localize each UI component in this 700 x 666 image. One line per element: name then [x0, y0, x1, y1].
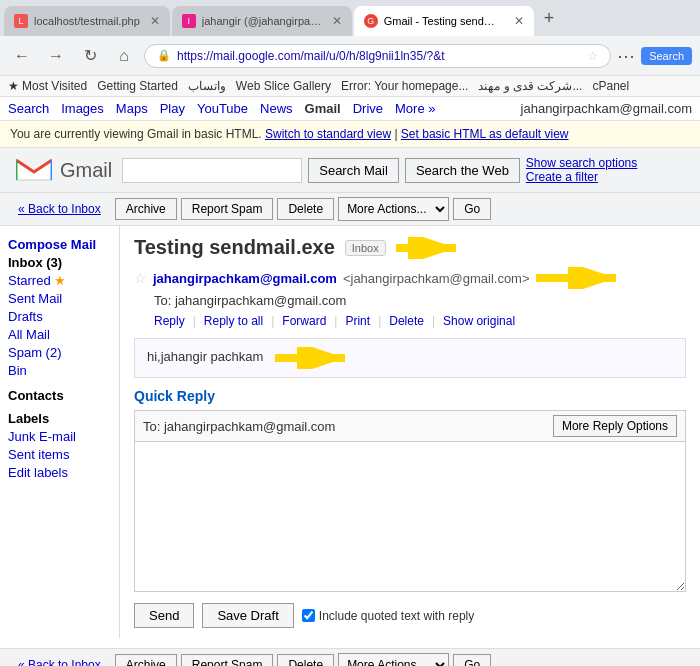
email-subject: Testing sendmail.exe [134, 236, 335, 259]
gmail-word: Gmail [60, 159, 112, 182]
nav-maps[interactable]: Maps [116, 101, 148, 116]
bottom-report-spam-button[interactable]: Report Spam [181, 654, 274, 666]
contacts-label: Contacts [8, 388, 111, 403]
sidebar-junk[interactable]: Junk E-mail [8, 429, 111, 444]
search-web-button[interactable]: Search the Web [405, 158, 520, 183]
lock-icon: 🔒 [157, 49, 171, 62]
starred-link[interactable]: Starred ★ [8, 273, 66, 288]
show-options-link[interactable]: Show search options [526, 156, 637, 170]
from-full: <jahangirpachkam@gmail.com> [343, 271, 530, 286]
all-mail-link[interactable]: All Mail [8, 327, 50, 342]
bookmark-cpanel[interactable]: cPanel [592, 79, 629, 93]
go-button[interactable]: Go [453, 198, 491, 220]
sidebar-starred[interactable]: Starred ★ [8, 273, 111, 288]
nav-drive[interactable]: Drive [353, 101, 383, 116]
sidebar-sent[interactable]: Sent Mail [8, 291, 111, 306]
report-spam-button[interactable]: Report Spam [181, 198, 274, 220]
sidebar-all[interactable]: All Mail [8, 327, 111, 342]
sent-link[interactable]: Sent Mail [8, 291, 62, 306]
more-actions-select[interactable]: More Actions... [338, 197, 449, 221]
new-tab-button[interactable]: + [536, 4, 563, 33]
reload-button[interactable]: ↻ [76, 42, 104, 70]
reply-all-link[interactable]: Reply to all [204, 314, 263, 328]
email-body-text: hi,jahangir pachkam [147, 349, 263, 364]
browser-bar: ← → ↻ ⌂ 🔒 https://mail.google.com/mail/u… [0, 36, 700, 76]
archive-button[interactable]: Archive [115, 198, 177, 220]
bottom-more-actions-select[interactable]: More Actions... [338, 653, 449, 666]
tab-instagram[interactable]: I jahangir (@jahangirpachkam) • In... ✕ [172, 6, 352, 36]
bookmark-star-icon[interactable]: ☆ [587, 49, 598, 63]
delete-link[interactable]: Delete [389, 314, 424, 328]
sidebar-inbox[interactable]: Inbox (3) [8, 255, 111, 270]
sidebar-bin[interactable]: Bin [8, 363, 111, 378]
menu-icon[interactable]: ⋯ [617, 45, 635, 67]
set-default-link[interactable]: Set basic HTML as default view [401, 127, 569, 141]
sidebar-edit-labels[interactable]: Edit labels [8, 465, 111, 480]
bookmark-web-slice[interactable]: Web Slice Gallery [236, 79, 331, 93]
quick-reply-title: Quick Reply [134, 388, 686, 404]
edit-labels-link[interactable]: Edit labels [8, 465, 68, 480]
search-mail-button[interactable]: Search Mail [308, 158, 399, 183]
sidebar-sent-items[interactable]: Sent items [8, 447, 111, 462]
star-checkbox[interactable]: ☆ [134, 270, 147, 286]
sidebar-compose[interactable]: Compose Mail [8, 237, 111, 252]
bookmark-getting-started[interactable]: Getting Started [97, 79, 178, 93]
tab-label: localhost/testmail.php [34, 15, 140, 27]
include-quoted-checkbox[interactable] [302, 609, 315, 622]
nav-youtube[interactable]: YouTube [197, 101, 248, 116]
user-email: jahangirpachkam@gmail.com [521, 101, 692, 116]
tab-close-icon[interactable]: ✕ [150, 14, 160, 28]
bookmark-error[interactable]: Error: Your homepage... [341, 79, 468, 93]
send-button[interactable]: Send [134, 603, 194, 628]
tab-close-icon[interactable]: ✕ [514, 14, 524, 28]
create-filter-link[interactable]: Create a filter [526, 170, 637, 184]
nav-search[interactable]: Search [8, 101, 49, 116]
bookmark-most-visited[interactable]: ★ Most Visited [8, 79, 87, 93]
bottom-archive-button[interactable]: Archive [115, 654, 177, 666]
drafts-link[interactable]: Drafts [8, 309, 43, 324]
nav-more[interactable]: More » [395, 101, 435, 116]
sidebar-drafts[interactable]: Drafts [8, 309, 111, 324]
gmail-search-input[interactable] [122, 158, 302, 183]
reply-link[interactable]: Reply [154, 314, 185, 328]
bottom-delete-button[interactable]: Delete [277, 654, 334, 666]
bookmark-company[interactable]: شرکت قدی و مهند... [478, 79, 582, 93]
back-button[interactable]: ← [8, 42, 36, 70]
reply-textarea[interactable] [134, 442, 686, 592]
show-original-link[interactable]: Show original [443, 314, 515, 328]
nav-images[interactable]: Images [61, 101, 104, 116]
browser-tabs: L localhost/testmail.php ✕ I jahangir (@… [0, 0, 700, 36]
include-quoted-label[interactable]: Include quoted text with reply [302, 609, 474, 623]
home-button[interactable]: ⌂ [110, 42, 138, 70]
subject-arrow-decoration [396, 237, 466, 259]
sidebar-spam[interactable]: Spam (2) [8, 345, 111, 360]
body-arrow-decoration [275, 347, 355, 369]
email-body: hi,jahangir pachkam [134, 338, 686, 378]
spam-link[interactable]: Spam (2) [8, 345, 61, 360]
nav-play[interactable]: Play [160, 101, 185, 116]
back-to-inbox-button[interactable]: « Back to Inbox [8, 199, 111, 219]
forward-link[interactable]: Forward [282, 314, 326, 328]
more-reply-options-button[interactable]: More Reply Options [553, 415, 677, 437]
bookmark-whatsapp[interactable]: واتساب [188, 79, 226, 93]
junk-link[interactable]: Junk E-mail [8, 429, 76, 444]
tab-favicon: G [364, 14, 378, 28]
switch-to-standard-link[interactable]: Switch to standard view [265, 127, 391, 141]
save-draft-button[interactable]: Save Draft [202, 603, 293, 628]
sent-items-link[interactable]: Sent items [8, 447, 69, 462]
tab-localhost[interactable]: L localhost/testmail.php ✕ [4, 6, 170, 36]
tab-gmail[interactable]: G Gmail - Testing sendmail.exe ✕ [354, 6, 534, 36]
delete-button[interactable]: Delete [277, 198, 334, 220]
search-extension[interactable]: Search [641, 47, 692, 65]
print-link[interactable]: Print [345, 314, 370, 328]
warning-bar: You are currently viewing Gmail in basic… [0, 121, 700, 148]
address-bar[interactable]: 🔒 https://mail.google.com/mail/u/0/h/8lg… [144, 44, 611, 68]
bottom-go-button[interactable]: Go [453, 654, 491, 666]
compose-link[interactable]: Compose Mail [8, 237, 96, 252]
forward-button[interactable]: → [42, 42, 70, 70]
tab-close-icon[interactable]: ✕ [332, 14, 342, 28]
inbox-link[interactable]: Inbox (3) [8, 255, 62, 270]
nav-news[interactable]: News [260, 101, 293, 116]
bin-link[interactable]: Bin [8, 363, 27, 378]
bottom-back-to-inbox-button[interactable]: « Back to Inbox [8, 655, 111, 666]
